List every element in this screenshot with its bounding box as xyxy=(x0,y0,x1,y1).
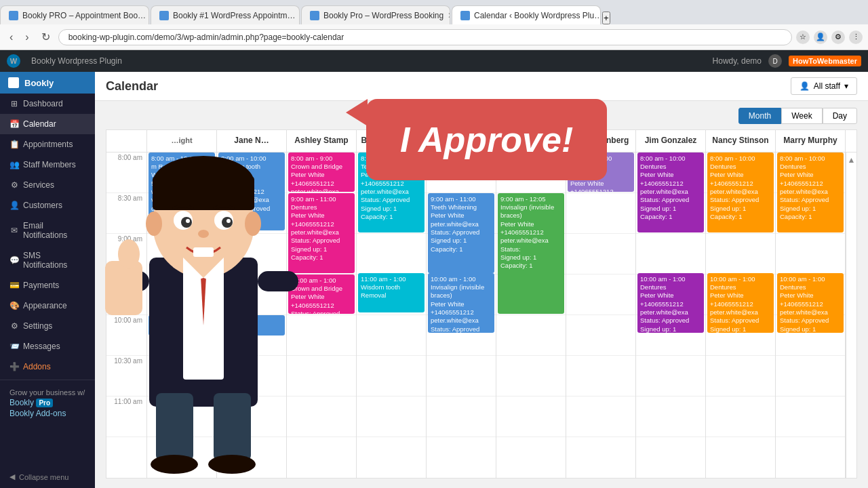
appt-time: 8:00 am - 10:00 xyxy=(221,155,282,163)
tab-label-1: Bookly PRO – Appointment Boo… xyxy=(22,11,146,20)
appointments-icon: 📋 xyxy=(9,140,19,149)
sms-icon: 💬 xyxy=(9,256,19,265)
sidebar: Bookly ⊞ Dashboard 📅 Calendar 📋 Appointm… xyxy=(0,72,95,488)
extension-icon[interactable]: ⚙ xyxy=(831,30,845,44)
sidebar-item-appearance[interactable]: 🎨 Appearance xyxy=(0,296,95,316)
sidebar-item-label-payments: Payments xyxy=(23,281,59,290)
appt-wayne-2[interactable]: 10:00 am - 1:00 Invisalign (invisible br… xyxy=(428,273,494,333)
sidebar-item-settings[interactable]: ⚙ Settings xyxy=(0,316,95,336)
refresh-button[interactable]: ↻ xyxy=(37,29,54,45)
sidebar-item-payments[interactable]: 💳 Payments xyxy=(0,275,95,296)
calendar-icon: 📅 xyxy=(9,119,19,129)
sidebar-item-messages[interactable]: 📨 Messages xyxy=(0,336,95,357)
sidebar-item-email[interactable]: ✉ Email Notifications xyxy=(0,216,95,245)
sidebar-item-label-email: Email Notifications xyxy=(23,221,85,240)
appt-bradley-1[interactable]: 8:00 am - 10:00 Teeth Whitening Peter Wh… xyxy=(358,152,425,232)
appt-jim-1[interactable]: 8:00 am - 10:00 Dentures Peter White +14… xyxy=(637,152,704,232)
appt-service: Wisdom tooth Removal xyxy=(221,163,282,180)
tab-close-3[interactable]: ✕ xyxy=(448,11,450,20)
appt-marry-2[interactable]: 10:00 am - 1:00 Dentures Peter White +14… xyxy=(777,273,844,333)
menu-icon[interactable]: ⋮ xyxy=(849,30,863,44)
sidebar-item-label-sms: SMS Notifications xyxy=(23,251,85,270)
time-row-5 xyxy=(147,356,216,396)
sidebar-item-customers[interactable]: 👤 Customers xyxy=(0,195,95,216)
browser-tabs: Bookly PRO – Appointment Boo… ✕ Bookly #… xyxy=(0,0,868,24)
day-view-button[interactable]: Day xyxy=(823,108,857,124)
staff-col-wayne: Wayne Turner xyxy=(427,130,496,152)
browser-tab-1[interactable]: Bookly PRO – Appointment Boo… ✕ xyxy=(0,5,149,24)
browser-tab-4[interactable]: Calendar ‹ Bookly Wordpress Plu… ✕ xyxy=(452,5,601,24)
appt-nancy-2[interactable]: 10:00 am - 1:00 Dentures Peter White +14… xyxy=(707,273,774,333)
sidebar-item-calendar[interactable]: 📅 Calendar xyxy=(0,114,95,134)
forward-button[interactable]: › xyxy=(21,30,33,45)
sidebar-bookly-header[interactable]: Bookly xyxy=(0,72,95,94)
browser-tab-3[interactable]: Bookly Pro – WordPress Booking ✕ xyxy=(301,5,450,24)
pro-badge: Pro xyxy=(36,399,53,407)
appt-ashley-3[interactable]: 10:00 am - 1:00 Crown and Bridge Peter W… xyxy=(288,274,355,314)
calendar-grid[interactable]: 8:00 am 8:30 am 9:00 am 9:30 am 10:00 am… xyxy=(106,152,857,479)
time-slot-10am: 10:00 am xyxy=(106,315,146,356)
month-view-button[interactable]: Month xyxy=(738,108,781,124)
week-view-button[interactable]: Week xyxy=(781,108,822,124)
collapse-menu[interactable]: ◀ Collapse menu xyxy=(0,466,95,488)
sidebar-item-label-customers: Customers xyxy=(23,201,62,210)
appearance-icon: 🎨 xyxy=(9,301,19,310)
appt-jim-2[interactable]: 10:00 am - 1:00 Dentures Peter White +14… xyxy=(637,273,704,333)
bookmark-icon[interactable]: ☆ xyxy=(796,30,810,44)
appt-block-partial-2[interactable]: 0 am xyxy=(149,315,215,336)
staff-col-bradley: Bradley Tannen xyxy=(357,130,427,152)
browser-tab-2[interactable]: Bookly #1 WordPress Appointm… ✕ xyxy=(151,5,300,24)
addons-link[interactable]: Bookly Add-ons xyxy=(9,409,66,418)
staff-icon: 👥 xyxy=(9,160,19,169)
time-slot-9am: 9:00 am xyxy=(106,234,146,274)
appt-status: ved xyxy=(151,196,212,204)
appt-status: Status: Approved xyxy=(221,205,282,213)
staff-col-ashley: Ashley Stamp xyxy=(287,130,357,152)
appt-signup: d up: 1 xyxy=(151,205,212,213)
scroll-up-arrow[interactable]: ▲ xyxy=(848,155,856,165)
sidebar-item-appointments[interactable]: 📋 Appointments xyxy=(0,134,95,155)
appt-phone: +14065551212 xyxy=(221,188,282,196)
sidebar-plugin-name: Bookly xyxy=(24,78,54,88)
appt-marry-1[interactable]: 8:00 am - 10:00 Dentures Peter White +14… xyxy=(777,152,844,232)
appt-block-partial[interactable]: 8:00 am - 10:00 m Removal White 5551212 … xyxy=(149,152,215,230)
bookly-pro-link[interactable]: Bookly Pro xyxy=(9,398,53,407)
address-bar[interactable]: booking-wp-plugin.com/demo/3/wp-admin/ad… xyxy=(58,29,792,45)
sidebar-item-services[interactable]: ⚙ Services xyxy=(0,175,95,195)
staff-col-jim-data: 8:00 am - 10:00 Dentures Peter White +14… xyxy=(636,152,706,478)
appt-ashley-1[interactable]: 8:00 am - 9:00 Crown and Bridge Peter Wh… xyxy=(288,152,355,192)
howdy-text: Howdy, demo xyxy=(713,56,762,66)
appt-nancy-1[interactable]: 8:00 am - 10:00 Dentures Peter White +14… xyxy=(707,152,774,232)
sidebar-item-staff[interactable]: 👥 Staff Members xyxy=(0,155,95,175)
person-icon: 👤 xyxy=(800,81,810,91)
tab-favicon-4 xyxy=(460,11,470,20)
sidebar-item-sms[interactable]: 💬 SMS Notifications xyxy=(0,245,95,275)
appt-service: m Removal xyxy=(151,163,212,171)
appt-phone: 5551212 xyxy=(151,180,212,188)
sidebar-item-dashboard[interactable]: ⊞ Dashboard xyxy=(0,94,95,114)
appt-wayne-1[interactable]: 9:00 am - 11:00 Teeth Whitening Peter Wh… xyxy=(428,193,494,273)
grow-text: Grow your business w/ xyxy=(9,388,85,396)
sidebar-item-addons[interactable]: ➕ Addons xyxy=(0,357,95,377)
customers-icon: 👤 xyxy=(9,201,19,210)
staff-col-hugh: Hugh Canberg xyxy=(566,130,636,152)
appt-emily-1[interactable]: 9:00 am - 12:05 Invisalign (invisible br… xyxy=(498,193,564,314)
profile-icon[interactable]: 👤 xyxy=(814,30,827,44)
time-slot-8am: 8:00 am xyxy=(106,152,146,193)
sidebar-item-label-messages: Messages xyxy=(23,342,60,351)
sidebar-item-label-calendar: Calendar xyxy=(23,119,56,129)
addons-icon: ➕ xyxy=(9,362,19,371)
appt-jane-1[interactable]: 8:00 am - 10:00 Wisdom tooth Removal Pet… xyxy=(218,152,285,230)
sidebar-item-label-services: Services xyxy=(23,180,54,190)
appt-bradley-2[interactable]: 11:00 am - 1:00 Wisdom tooth Removal xyxy=(358,273,425,312)
appt-ashley-2[interactable]: 9:00 am - 11:00 Dentures Peter White +14… xyxy=(288,193,355,273)
appt-jane-2[interactable]: 0:30 am xyxy=(218,315,285,336)
all-staff-button[interactable]: 👤 All staff ▾ xyxy=(791,77,857,95)
appt-hugh-1[interactable]: 8:00 am - 9:00 Root Canal Treatment Pete… xyxy=(568,152,634,192)
new-tab-button[interactable]: + xyxy=(602,12,610,24)
user-avatar[interactable]: D xyxy=(768,54,782,68)
back-button[interactable]: ‹ xyxy=(5,30,17,45)
sidebar-divider xyxy=(0,380,95,380)
staff-col-ashley-data: 8:00 am - 9:00 Crown and Bridge Peter Wh… xyxy=(287,152,357,478)
header-actions: 👤 All staff ▾ xyxy=(791,77,857,95)
